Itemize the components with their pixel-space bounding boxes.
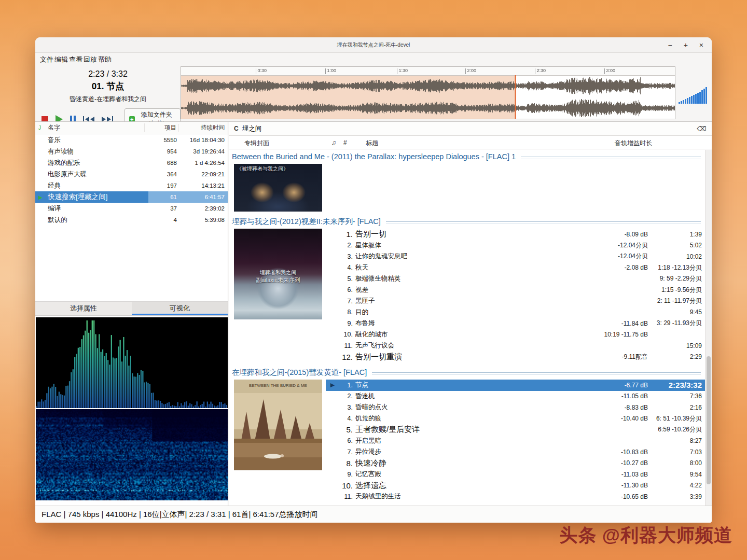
track-row[interactable]: 12. 告别一切重演 -9.11配音 2:29 — [326, 352, 705, 363]
track-number: 5. — [339, 275, 353, 283]
track-duration: 5:02 — [648, 242, 702, 249]
album-group: Between the Buried and Me - (2011) the P… — [229, 151, 705, 212]
track-number: 12. — [339, 353, 353, 361]
left-panel: J 名字 项目 持续时间 音乐 5550 16d 18:04:30 有声读物 9… — [35, 122, 228, 506]
tab-properties[interactable]: 选择属性 — [35, 302, 132, 315]
track-title: 节点 — [355, 381, 368, 389]
playlist-item-count: 688 — [145, 160, 179, 166]
tracklist-header[interactable]: 专辑封面 ♫ # 标题 音轨增益时长 — [229, 136, 712, 149]
track-row[interactable]: 2. 星体躯体 -12.04分贝 5:02 — [326, 240, 705, 251]
search-bar[interactable]: C 埋之间 ⌫ — [229, 122, 712, 136]
playlist-name: 默认的 — [48, 216, 145, 225]
spectrum-analyzer — [36, 317, 228, 408]
close-button[interactable]: × — [699, 41, 703, 49]
track-number: 10. — [339, 481, 353, 490]
track-title: 融化的城市 — [355, 330, 388, 339]
track-row[interactable]: 3. 昏暗的点火 -8.83 dB 2:16 — [326, 402, 705, 413]
track-title: 无声飞行议会 — [355, 341, 394, 350]
meter-bar — [701, 90, 703, 104]
album-group: 埋葬与我之间-(2012)视差II:未来序列- [FLAC] 埋葬者和我之间副a… — [229, 216, 705, 362]
menu-item-0[interactable]: 文件 — [39, 54, 54, 65]
playlist-duration: 6:41:57 — [179, 194, 225, 200]
column-note-icon[interactable]: ♫ — [331, 139, 336, 146]
titlebar[interactable]: 埋在我和我节点之间-死牛-devel − + × — [35, 37, 712, 53]
playlist-rows: 音乐 5550 16d 18:04:30 有声读物 954 3d 19:26:4… — [35, 134, 228, 226]
track-row[interactable]: 2. 昏迷机 -11.05 dB 7:36 — [326, 391, 705, 402]
playlist-row[interactable]: 编译 37 2:39:02 — [35, 203, 228, 214]
track-title: 告别一切重演 — [355, 352, 402, 362]
track-row[interactable]: 1. 告别一切 -8.09 dB 1:39 — [326, 229, 705, 240]
column-name[interactable]: 名字 — [48, 123, 145, 132]
meter-bar — [685, 99, 686, 104]
track-row[interactable]: 7. 异位漫步 -10.83 dB 7:03 — [326, 446, 705, 458]
waveform-seekbar[interactable] — [181, 66, 675, 119]
menu-item-2[interactable]: 查看 — [68, 54, 83, 65]
track-row[interactable]: 11. 天鹅绒里的生活 -10.65 dB 3:39 — [326, 491, 705, 502]
column-cover[interactable]: 专辑封面 — [244, 139, 269, 148]
vertical-scrollbar[interactable] — [705, 150, 712, 506]
menu-item-1[interactable]: 编辑 — [54, 54, 68, 65]
track-row[interactable]: 10. 融化的城市 10:19 -11.75 dB — [326, 329, 705, 341]
playlist-row[interactable]: 经典 197 14:13:21 — [35, 180, 228, 191]
track-title: 饥荒的狼 — [355, 414, 381, 423]
track-row[interactable]: 8. 快速冷静 -10.27 dB 8:00 — [326, 458, 705, 469]
track-number: 11. — [339, 342, 353, 349]
track-duration: 10:02 — [648, 253, 702, 260]
status-bar: FLAC | 745 kbps | 44100Hz | 16位|立体声| 2:2… — [35, 506, 712, 523]
track-row[interactable]: 5. 极端微生物精英 9: 59 -2.29分贝 — [326, 273, 705, 285]
track-row[interactable]: 11. 无声飞行议会 15:09 — [326, 340, 705, 352]
clear-search-icon[interactable]: ⌫ — [697, 125, 707, 133]
track-duration: 2: 11 -11.97分贝 — [648, 297, 702, 305]
column-title[interactable]: 标题 — [366, 139, 378, 148]
menu-item-4[interactable]: 帮助 — [98, 54, 112, 65]
track-row[interactable]: 5. 王者救赎/皇后安详 6:59 -10.26分贝 — [326, 424, 705, 436]
minimize-button[interactable]: − — [668, 41, 672, 49]
scrollbar-thumb[interactable] — [707, 356, 711, 484]
track-duration: 9:45 — [648, 309, 702, 316]
track-row[interactable]: ▶ 1. 节点 -6.77 dB 2:23/3:32 — [326, 380, 705, 391]
playlist-row[interactable]: 默认的 4 5:39:08 — [35, 214, 228, 226]
playlist-header[interactable]: J 名字 项目 持续时间 — [35, 122, 228, 134]
track-row[interactable]: 3. 让你的鬼魂安息吧 -12.04分贝 10:02 — [326, 251, 705, 262]
track-row[interactable]: 6. 开启黑暗 8:27 — [326, 436, 705, 447]
track-number: 9. — [339, 471, 353, 478]
playback-time: 2:23 / 3:32 — [35, 69, 181, 79]
track-row[interactable]: 4. 秋天 -2.08 dB 1:18 -12.13分贝 — [326, 262, 705, 274]
track-duration: 15:09 — [648, 342, 702, 349]
playlist-row[interactable]: 游戏的配乐 688 1 d 4:26:54 — [35, 157, 228, 169]
track-number: 7. — [339, 449, 353, 456]
playlist-row[interactable]: ▶ 快速搜索[埋藏之间] 61 6:41:57 — [35, 191, 228, 203]
maximize-button[interactable]: + — [684, 41, 688, 49]
track-title: 昏暗的点火 — [355, 403, 388, 412]
column-gain-duration[interactable]: 音轨增益时长 — [615, 139, 652, 148]
playlist-row[interactable]: 电影原声大碟 364 22:09:21 — [35, 169, 228, 180]
track-title: 布鲁姆 — [355, 319, 375, 328]
search-query[interactable]: 埋之间 — [242, 124, 697, 133]
column-items[interactable]: 项目 — [145, 124, 179, 132]
album-group-header[interactable]: 在埋葬和我之间-(2015)彗发黄道- [FLAC] — [229, 367, 705, 378]
column-duration[interactable]: 持续时间 — [179, 124, 225, 132]
track-row[interactable]: 4. 饥荒的狼 -10.40 dB 6: 51 -10.39分贝 — [326, 413, 705, 425]
track-row[interactable]: 8. 目的 9:45 — [326, 307, 705, 318]
track-row[interactable]: 9. 布鲁姆 -11.84 dB 3: 29 -11.93分贝 — [326, 318, 705, 329]
track-row[interactable]: 7. 黑匣子 2: 11 -11.97分贝 — [326, 296, 705, 307]
track-title: 让你的鬼魂安息吧 — [355, 252, 407, 261]
album-group-header[interactable]: Between the Buried and Me - (2011) the P… — [229, 151, 705, 162]
track-title: 目的 — [355, 308, 368, 317]
tab-visualization[interactable]: 可视化 — [132, 302, 228, 315]
track-gain: -10.40 dB — [621, 415, 648, 422]
track-title: 告别一切 — [355, 229, 386, 239]
track-row[interactable]: 6. 视差 1:15 -9.56分贝 — [326, 285, 705, 296]
window-controls: − + × — [668, 37, 703, 52]
column-number[interactable]: # — [343, 139, 347, 146]
track-row[interactable]: 10. 选择遗忘 -11.30 dB 4:22 — [326, 480, 705, 492]
album-group-header[interactable]: 埋葬与我之间-(2012)视差II:未来序列- [FLAC] — [229, 216, 705, 227]
playlist-header-corner: J — [38, 125, 48, 131]
track-number: 11. — [339, 493, 353, 500]
playlist-row[interactable]: 音乐 5550 16d 18:04:30 — [35, 134, 228, 146]
meter-bar — [695, 94, 697, 104]
menu-item-3[interactable]: 回放 — [83, 54, 98, 65]
playlist-row[interactable]: 有声读物 954 3d 19:26:44 — [35, 146, 228, 157]
track-row[interactable]: 9. 记忆宫殿 -11.03 dB 9:54 — [326, 469, 705, 480]
svg-text:BETWEEN THE BURIED & ME: BETWEEN THE BURIED & ME — [249, 383, 307, 388]
